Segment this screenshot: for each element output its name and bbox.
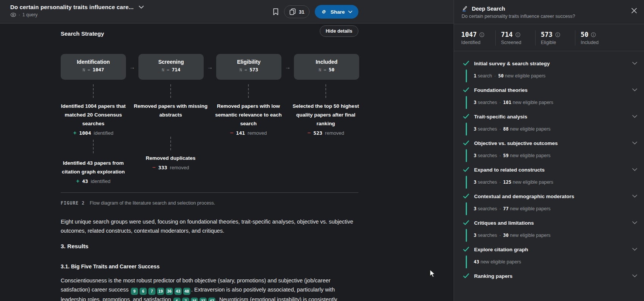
step-header[interactable]: Ranking papers [463, 272, 637, 280]
stage-n: 714 [172, 67, 181, 72]
chevron-down-icon[interactable] [632, 142, 637, 145]
flow-note-duplicates: Removed duplicates −333removed [134, 154, 208, 171]
stage-title: Eligibility [216, 59, 281, 65]
step-header[interactable]: Trait-specific analysis [463, 113, 637, 120]
citation-badge[interactable]: 7 [182, 298, 189, 301]
note-text: Removed papers with missing abstracts [134, 102, 208, 119]
note-text: Identified 43 papers from citation graph… [56, 159, 130, 176]
chevron-down-icon[interactable] [632, 195, 637, 198]
copies-button[interactable]: 31 [284, 5, 309, 18]
citation-badge[interactable]: 27 [199, 298, 207, 301]
search-strategy-heading: Search Strategy [61, 30, 104, 37]
chevron-down-icon[interactable] [632, 62, 637, 65]
share-button[interactable]: Share [315, 5, 358, 19]
note-count: 333 [158, 165, 167, 170]
info-icon[interactable] [515, 32, 520, 37]
dashed-connector [93, 140, 94, 153]
citation-badge[interactable]: 6 [173, 298, 181, 301]
n-prefix: N = [162, 68, 169, 72]
stat-divider [535, 30, 536, 46]
deep-search-icon [462, 5, 468, 12]
citation-badge[interactable]: 7 [148, 288, 156, 295]
bookmark-button[interactable] [273, 8, 279, 16]
stat-label: Identified [461, 40, 494, 45]
dot-separator: · [19, 12, 20, 17]
deep-search-panel: Deep Search Do certain personality trait… [454, 0, 644, 301]
link-icon [321, 9, 327, 15]
citation-badge[interactable]: 47 [208, 298, 215, 301]
step-title: Objective vs. subjective outcomes [474, 140, 627, 146]
step-detail: 3 searches·59 new eligible papers [466, 150, 637, 161]
step-detail: 3 searches·125 new eligible papers [466, 177, 637, 188]
step-summary: 3 searches·59 new eligible papers [474, 153, 551, 158]
chevron-down-icon[interactable] [632, 221, 637, 224]
stage-eligibility: Eligibility N = 573 [216, 54, 281, 80]
hide-details-button[interactable]: Hide details [320, 25, 358, 37]
note-text: Selected the top 50 highest quality pape… [289, 102, 363, 128]
flow-note-identified-citation: Identified 43 papers from citation graph… [56, 159, 130, 184]
step-header[interactable]: Explore citation graph [463, 246, 637, 253]
step-detail: 3 searches·77 new eligible papers [466, 203, 637, 214]
methods-paragraph: Eight unique search groups were used, fo… [61, 217, 360, 235]
step-header[interactable]: Expand to related constructs [463, 166, 637, 173]
step-header[interactable]: Objective vs. subjective outcomes [463, 139, 637, 147]
note-count: 1004 [79, 130, 91, 136]
info-icon[interactable] [591, 32, 596, 37]
citation-badge[interactable]: 36 [166, 288, 173, 295]
note-suffix: identified [94, 130, 113, 136]
chevron-down-icon[interactable] [632, 168, 637, 171]
step-title: Foundational theories [474, 87, 627, 93]
thread-title: Do certain personality traits influence … [10, 4, 134, 10]
note-suffix: removed [248, 130, 267, 136]
search-step-item: Foundational theories3 searches·101 new … [463, 86, 637, 108]
info-icon[interactable] [555, 32, 560, 37]
note-count: 523 [313, 130, 322, 136]
query-count-label: 1 query [22, 12, 38, 17]
citation-badge[interactable]: 9 [131, 288, 138, 295]
citation-badge[interactable]: 19 [157, 288, 164, 295]
stat-divider [575, 30, 575, 46]
check-icon [463, 87, 469, 93]
minus-icon: − [230, 129, 234, 136]
flow-note-missing-abstracts: Removed papers with missing abstracts [134, 102, 208, 119]
check-icon [463, 273, 469, 279]
chevron-down-icon[interactable] [632, 248, 637, 251]
note-suffix: removed [325, 130, 344, 136]
deep-search-header: Deep Search Do certain personality trait… [454, 0, 644, 24]
search-step-item: Expand to related constructs3 searches·1… [463, 166, 637, 188]
citation-badge[interactable]: 6 [140, 288, 147, 295]
search-step-item: Ranking papers [463, 272, 637, 280]
check-icon [463, 194, 469, 199]
n-prefix: N = [319, 68, 326, 72]
step-detail: 3 searches·101 new eligible papers [466, 97, 637, 108]
step-header[interactable]: Foundational theories [463, 86, 637, 94]
stat-value: 714 [501, 31, 513, 38]
stage-identification: Identification N = 1047 [61, 54, 126, 80]
thread-title-dropdown[interactable]: Do certain personality traits influence … [10, 4, 144, 10]
figure-caption: FIGURE 2 Flow diagram of the literature … [61, 200, 215, 206]
arrow-right-icon: → [281, 64, 294, 70]
step-header[interactable]: Initial survey & search strategy [463, 60, 637, 67]
stage-n: 1047 [93, 67, 104, 72]
dashed-connector [325, 84, 326, 98]
timeline-bar [466, 202, 467, 215]
stat-value: 1047 [461, 31, 477, 38]
close-button[interactable] [631, 8, 637, 15]
step-detail: 43 new eligible papers [466, 256, 637, 268]
chevron-down-icon[interactable] [632, 115, 637, 118]
timeline-bar [466, 149, 467, 162]
chevron-down-icon[interactable] [632, 274, 637, 277]
chevron-down-icon[interactable] [632, 88, 637, 91]
citation-badge[interactable]: 43 [174, 288, 182, 295]
chevron-down-icon [139, 6, 144, 9]
step-header[interactable]: Contextual and demographic moderators [463, 192, 637, 200]
citation-badge[interactable]: 16 [191, 298, 198, 301]
search-steps-list: Initial survey & search strategy1 search… [454, 51, 644, 280]
info-icon[interactable] [479, 32, 484, 37]
plus-icon: + [76, 178, 80, 184]
citation-badge[interactable]: 48 [183, 288, 190, 295]
step-detail: 3 searches·88 new eligible papers [466, 123, 637, 135]
stat-value: 50 [581, 31, 588, 38]
deep-search-title: Deep Search [472, 6, 505, 12]
step-header[interactable]: Critiques and limitations [463, 219, 637, 227]
